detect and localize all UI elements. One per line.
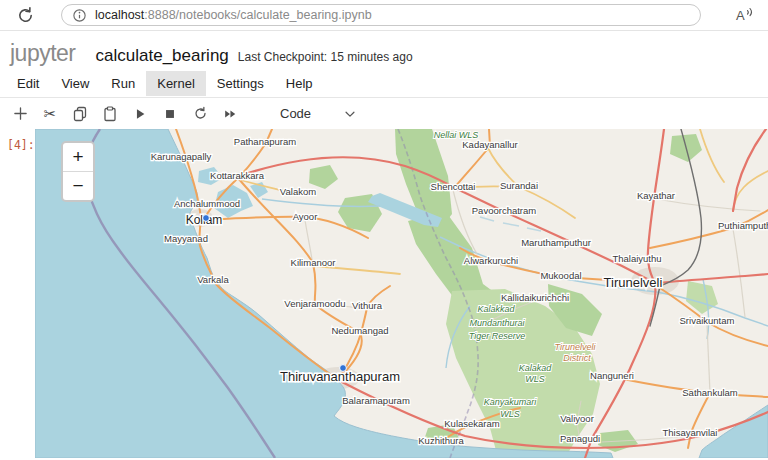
map-label-town: Valiyoor — [560, 413, 594, 424]
notebook-cell: [4]: + − — [0, 129, 768, 458]
map-label-city: Tirunelveli — [604, 275, 663, 290]
map-label-town: Kilimanoor — [291, 257, 336, 268]
map-label-town: Mayyanad — [164, 233, 208, 244]
url-path: :8888/notebooks/calculate_bearing.ipynb — [144, 8, 371, 22]
map-label-town: Kadayanallur — [462, 139, 517, 150]
map-label-town: Alwarkuruchi — [464, 255, 518, 266]
add-cell-icon[interactable] — [8, 102, 32, 126]
map-marker-thiruvananthapuram[interactable] — [340, 365, 347, 372]
refresh-icon[interactable] — [16, 6, 35, 25]
map-zoom-control: + − — [61, 141, 95, 202]
map-label-protected: Tiger Reserve — [469, 331, 525, 341]
checkpoint-status: Last Checkpoint: 15 minutes ago — [238, 50, 413, 64]
map-label-town: Valakom — [280, 186, 316, 197]
url-text[interactable]: localhost:8888/notebooks/calculate_beari… — [95, 8, 372, 22]
notebook-title[interactable]: calculate_bearing — [96, 46, 229, 66]
menu-settings[interactable]: Settings — [206, 71, 275, 96]
notebook-header: jupyter calculate_bearing Last Checkpoin… — [0, 31, 768, 70]
address-bar[interactable]: localhost:8888/notebooks/calculate_beari… — [61, 4, 701, 26]
map-label-town: Thalaiyuthu — [612, 253, 661, 264]
map-label-protected: WLS — [500, 409, 520, 419]
map-label-town: Kuzhithura — [418, 435, 464, 446]
menu-bar: Edit View Run Kernel Settings Help — [0, 70, 768, 98]
browser-window: { "browser": { "url_host": "localhost", … — [0, 0, 768, 460]
map-label-city: Thiruvananthapuram — [280, 369, 400, 384]
map-label-town: Ayoor — [293, 211, 318, 222]
menu-edit[interactable]: Edit — [6, 71, 50, 96]
map-label-town: Maruthamputhur — [521, 237, 591, 248]
map-output[interactable]: + − — [35, 129, 768, 458]
map-marker-kollam[interactable] — [203, 215, 210, 222]
map-label-town: Pavoorchatram — [472, 205, 537, 216]
restart-kernel-icon[interactable] — [188, 102, 212, 126]
map-label-town: Puthiamputhur — [718, 220, 768, 231]
map-label-town: Srivaikuntam — [680, 315, 735, 326]
map-label-town: Shencottai — [431, 181, 476, 192]
map-canvas[interactable]: Karunagapally Pathanapuram Kottarakkara … — [35, 129, 768, 458]
map-label-town: Surandai — [500, 180, 538, 191]
cut-icon[interactable]: ✂ — [38, 102, 62, 126]
map-label-district: Tirunelveli — [555, 342, 597, 352]
map-label-town: Sathankulam — [682, 387, 738, 398]
map-label-town: Vithura — [352, 300, 383, 311]
cell-prompt-gutter: [4]: — [0, 129, 35, 458]
zoom-in-button[interactable]: + — [63, 143, 93, 171]
zoom-out-button[interactable]: − — [63, 171, 93, 200]
copy-icon[interactable] — [68, 102, 92, 126]
map-label-town: Kallidaikurichchi — [501, 292, 569, 303]
cell-type-dropdown[interactable]: Code — [280, 106, 311, 121]
map-label-protected: Mundanthurai — [469, 318, 525, 328]
map-label-protected: WLS — [525, 374, 545, 384]
run-icon[interactable] — [128, 102, 152, 126]
info-icon[interactable] — [72, 8, 87, 23]
map-label-town: Kottarakkara — [210, 170, 265, 181]
map-label-district: District — [563, 353, 591, 363]
chevron-down-icon[interactable] — [343, 107, 357, 121]
paste-icon[interactable] — [98, 102, 122, 126]
map-label-protected: Kanyakumari — [484, 397, 538, 407]
map-label-town: Anchalummood — [174, 198, 240, 209]
url-host: localhost — [95, 8, 144, 22]
svg-text:A: A — [736, 8, 745, 23]
stop-icon[interactable] — [158, 102, 182, 126]
map-label-protected: Kalakad — [519, 363, 553, 373]
jupyter-logo: jupyter — [10, 40, 76, 67]
fast-forward-icon[interactable] — [218, 102, 242, 126]
map-label-town: Pathanapuram — [234, 136, 296, 147]
menu-help[interactable]: Help — [275, 71, 324, 96]
map-label-town: Thisayanvilai — [663, 427, 718, 438]
map-label-town: Karunagapally — [151, 151, 212, 162]
map-label-protected: Kalakkad — [477, 304, 515, 314]
map-label-town: Mukoodal — [540, 270, 581, 281]
map-label-town: Venjaramoodu — [284, 298, 345, 309]
notebook-toolbar: ✂ Code — [0, 98, 768, 129]
map-label-town: Kulasekaram — [444, 418, 500, 429]
browser-toolbar: localhost:8888/notebooks/calculate_beari… — [0, 0, 768, 31]
output-prompt: [4]: — [7, 138, 35, 152]
map-label-town: Kayathar — [637, 190, 675, 201]
menu-kernel[interactable]: Kernel — [146, 71, 206, 96]
map-label-protected: Nellai WLS — [434, 130, 479, 140]
map-label-town: Nanguneri — [590, 370, 634, 381]
menu-run[interactable]: Run — [100, 71, 146, 96]
map-label-town: Balaramapuram — [342, 395, 410, 406]
map-label-town: Varkala — [197, 274, 229, 285]
menu-view[interactable]: View — [50, 71, 100, 96]
map-label-town: Panagudi — [560, 433, 600, 444]
map-label-town: Nedumangad — [331, 325, 388, 336]
read-aloud-icon[interactable]: A — [734, 6, 756, 27]
